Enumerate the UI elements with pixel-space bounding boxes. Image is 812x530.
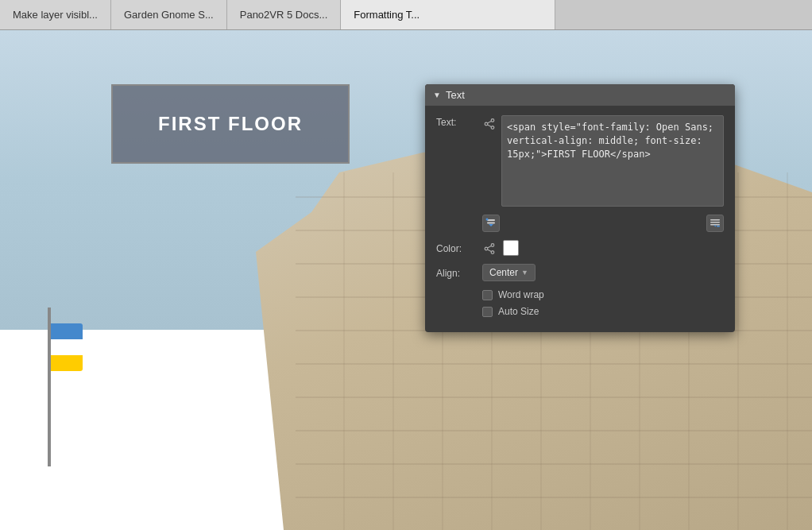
color-label: Color: bbox=[436, 242, 476, 254]
tab-make-layer[interactable]: Make layer visibl... bbox=[0, 0, 111, 29]
text-field-controls bbox=[482, 115, 724, 207]
first-floor-label-text: FIRST FLOOR bbox=[158, 113, 303, 135]
color-swatch[interactable] bbox=[503, 240, 519, 256]
svg-point-0 bbox=[491, 119, 494, 122]
tab-pano2vr[interactable]: Pano2VR 5 Docs... bbox=[227, 0, 342, 29]
svg-point-13 bbox=[491, 251, 494, 254]
align-value: Center bbox=[489, 267, 518, 278]
panel-collapse-arrow: ▼ bbox=[433, 91, 441, 99]
flag bbox=[51, 323, 83, 371]
svg-point-2 bbox=[485, 122, 488, 126]
svg-point-12 bbox=[491, 244, 494, 247]
svg-line-4 bbox=[488, 125, 492, 127]
svg-rect-5 bbox=[487, 219, 495, 221]
svg-line-16 bbox=[488, 250, 492, 252]
word-wrap-checkbox[interactable] bbox=[482, 290, 493, 300]
text-input[interactable] bbox=[501, 115, 724, 207]
tab-formatting[interactable]: Formatting T... bbox=[341, 0, 555, 29]
align-dropdown[interactable]: Center ▼ bbox=[482, 264, 536, 281]
color-row: Color: bbox=[436, 240, 724, 256]
tab-bar: Make layer visibl... Garden Gnome S... P… bbox=[0, 0, 812, 30]
word-wrap-row: Word wrap bbox=[436, 289, 724, 300]
text-field-row: Text: bbox=[436, 115, 724, 207]
tab-garden-gnome[interactable]: Garden Gnome S... bbox=[111, 0, 227, 29]
align-row: Align: Center ▼ bbox=[436, 264, 724, 281]
text-action-right-icon[interactable] bbox=[706, 215, 724, 232]
svg-point-14 bbox=[485, 247, 488, 250]
svg-point-7 bbox=[486, 219, 489, 221]
auto-size-row: Auto Size bbox=[436, 306, 724, 317]
svg-point-1 bbox=[491, 126, 494, 130]
svg-line-15 bbox=[488, 246, 492, 248]
text-panel: ▼ Text Text: bbox=[425, 84, 735, 332]
textarea-actions-row bbox=[436, 215, 724, 232]
main-content: FIRST FLOOR ▼ Text Text: bbox=[0, 30, 812, 530]
align-label: Align: bbox=[436, 266, 476, 279]
panel-title: Text bbox=[446, 89, 465, 101]
text-share-icon[interactable] bbox=[482, 117, 497, 131]
text-action-left-icon[interactable] bbox=[482, 215, 500, 232]
svg-rect-6 bbox=[487, 222, 495, 224]
text-label: Text: bbox=[436, 115, 476, 128]
svg-rect-10 bbox=[710, 224, 720, 226]
svg-rect-8 bbox=[710, 219, 720, 221]
first-floor-label-box[interactable]: FIRST FLOOR bbox=[111, 84, 350, 164]
word-wrap-label: Word wrap bbox=[498, 289, 544, 300]
svg-rect-9 bbox=[710, 222, 720, 223]
svg-rect-11 bbox=[717, 226, 720, 227]
svg-line-3 bbox=[488, 121, 492, 123]
align-dropdown-arrow: ▼ bbox=[521, 269, 528, 277]
auto-size-checkbox[interactable] bbox=[482, 307, 493, 317]
panel-header[interactable]: ▼ Text bbox=[425, 84, 735, 106]
auto-size-label: Auto Size bbox=[498, 306, 539, 317]
color-share-icon[interactable] bbox=[482, 242, 497, 256]
panel-body: Text: bbox=[425, 106, 735, 332]
